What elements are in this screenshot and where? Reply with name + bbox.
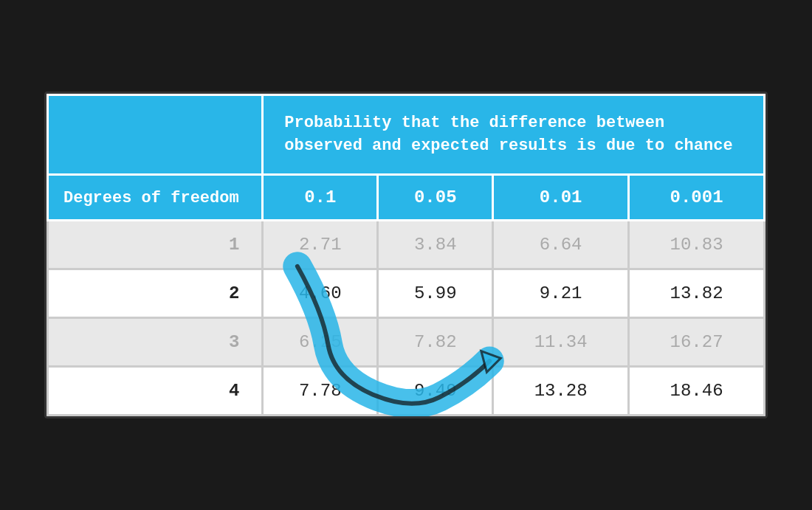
dof-cell-2: 2 (48, 269, 263, 318)
cell-row4-col2: 9.49 (378, 367, 493, 416)
cell-row1-col1: 2.71 (263, 221, 378, 269)
cell-row3-col3: 11.34 (493, 318, 629, 367)
col-header-0.01: 0.01 (493, 175, 629, 221)
cell-row1-col4: 10.83 (629, 221, 765, 269)
cell-row4-col4: 18.46 (629, 367, 765, 416)
cell-row4-col3: 13.28 (493, 367, 629, 416)
cell-row2-col4: 13.82 (629, 269, 765, 318)
probability-header: Probability that the difference between … (263, 94, 765, 175)
table-row: 47.789.4913.2818.46 (48, 367, 765, 416)
table-row: 12.713.846.6410.83 (48, 221, 765, 269)
col-header-0.05: 0.05 (378, 175, 493, 221)
cell-row3-col1: 6.25 (263, 318, 378, 367)
header-row-columns: Degrees of freedom 0.1 0.05 0.01 0.001 (48, 175, 765, 221)
dof-cell-3: 3 (48, 318, 263, 367)
chi-square-table: Probability that the difference between … (44, 92, 768, 419)
cell-row3-col2: 7.82 (378, 318, 493, 367)
cell-row4-col1: 7.78 (263, 367, 378, 416)
header-row-probability: Probability that the difference between … (48, 94, 765, 175)
dof-cell-1: 1 (48, 221, 263, 269)
cell-row2-col1: 4.60 (263, 269, 378, 318)
probability-label: Probability that the difference between … (284, 114, 732, 155)
cell-row1-col2: 3.84 (378, 221, 493, 269)
cell-row3-col4: 16.27 (629, 318, 765, 367)
table-row: 24.605.999.2113.82 (48, 269, 765, 318)
table-row: 36.257.8211.3416.27 (48, 318, 765, 367)
dof-label-header: Degrees of freedom (48, 175, 263, 221)
cell-row2-col2: 5.99 (378, 269, 493, 318)
cell-row1-col3: 6.64 (493, 221, 629, 269)
dof-label-text: Degrees of freedom (63, 189, 239, 207)
col-header-0.1: 0.1 (263, 175, 378, 221)
cell-row2-col3: 9.21 (493, 269, 629, 318)
corner-cell (48, 94, 263, 175)
dof-cell-4: 4 (48, 367, 263, 416)
col-header-0.001: 0.001 (629, 175, 765, 221)
